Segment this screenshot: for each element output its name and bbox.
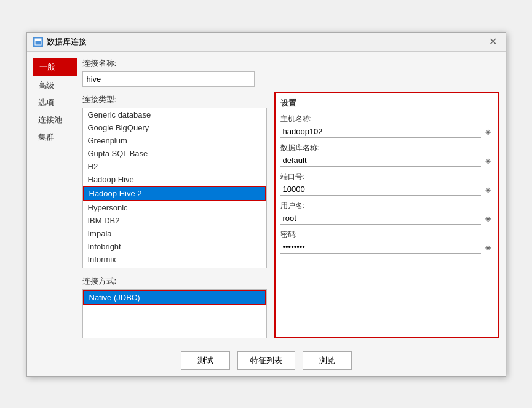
connection-method-label: 连接方式: <box>82 276 267 287</box>
connection-name-input[interactable] <box>82 71 255 87</box>
username-field: 用户名: ◈ <box>280 201 493 225</box>
connection-method-list[interactable]: Native (JDBC) <box>82 289 267 338</box>
connection-type-list[interactable]: Generic database Google BigQuery Greenpl… <box>82 108 267 268</box>
list-item-hadoop-hive2[interactable]: Hadoop Hive 2 <box>83 186 266 201</box>
connection-type-section: 连接类型: Generic database Google BigQuery G… <box>82 92 267 268</box>
username-info-icon: ◈ <box>483 214 493 223</box>
dialog-body: 一般 高级 选项 连接池 集群 连接名称: <box>27 52 506 345</box>
connection-name-group: 连接名称: <box>82 58 499 87</box>
test-button[interactable]: 测试 <box>181 351 230 370</box>
list-item-infobright[interactable]: Infobright <box>83 240 266 253</box>
dialog-title: 数据库连接 <box>47 36 87 47</box>
left-panel: 连接类型: Generic database Google BigQuery G… <box>82 92 267 338</box>
close-button[interactable]: ✕ <box>486 37 499 47</box>
password-field: 密码: ◈ <box>280 230 493 254</box>
port-label: 端口号: <box>280 172 493 182</box>
list-item-greenplum[interactable]: Greenplum <box>83 134 266 147</box>
dialog-icon <box>33 37 43 47</box>
hostname-info-icon: ◈ <box>483 127 493 137</box>
list-item-ibmdb2[interactable]: IBM DB2 <box>83 214 266 227</box>
settings-panel: 设置 主机名称: ◈ 数据库名称: ◈ <box>274 92 499 338</box>
connection-method-section: 连接方式: Native (JDBC) <box>82 273 267 338</box>
password-input-row: ◈ <box>280 241 493 254</box>
hostname-input[interactable] <box>280 126 481 138</box>
port-input[interactable] <box>280 183 481 196</box>
dbname-input[interactable] <box>280 154 481 167</box>
dbname-label: 数据库名称: <box>280 143 493 153</box>
password-info-icon: ◈ <box>483 242 493 252</box>
dbname-input-row: ◈ <box>280 154 493 167</box>
titlebar: 数据库连接 ✕ <box>27 33 506 52</box>
sidebar-item-pool[interactable]: 连接池 <box>33 112 77 128</box>
features-button[interactable]: 特征列表 <box>237 351 295 370</box>
list-item-h2[interactable]: H2 <box>83 160 266 173</box>
svg-rect-1 <box>35 39 41 41</box>
list-item-gupta[interactable]: Gupta SQL Base <box>83 147 266 160</box>
sidebar-item-options[interactable]: 选项 <box>33 95 77 111</box>
titlebar-left: 数据库连接 <box>33 36 87 47</box>
connection-type-label: 连接类型: <box>82 94 267 105</box>
main-content: 连接名称: 连接类型: Generic database Google BigQ… <box>82 58 499 338</box>
browse-button[interactable]: 浏览 <box>303 351 352 370</box>
username-input-row: ◈ <box>280 212 493 225</box>
password-input[interactable] <box>280 241 481 254</box>
port-input-row: ◈ <box>280 183 493 196</box>
username-input[interactable] <box>280 212 481 225</box>
sidebar: 一般 高级 选项 连接池 集群 <box>33 58 82 338</box>
list-item-hadoop-hive[interactable]: Hadoop Hive <box>83 173 266 186</box>
list-item-hypersonic[interactable]: Hypersonic <box>83 201 266 214</box>
sidebar-item-cluster[interactable]: 集群 <box>33 129 77 145</box>
list-item-informix[interactable]: Informix <box>83 253 266 266</box>
dialog-footer: 测试 特征列表 浏览 <box>27 345 506 376</box>
sidebar-item-advanced[interactable]: 高级 <box>33 78 77 94</box>
port-info-icon: ◈ <box>483 185 493 194</box>
connection-name-label: 连接名称: <box>82 58 499 69</box>
settings-title: 设置 <box>280 98 493 109</box>
list-item-impala[interactable]: Impala <box>83 227 266 240</box>
username-label: 用户名: <box>280 201 493 211</box>
sidebar-item-general[interactable]: 一般 <box>33 58 77 76</box>
hostname-field: 主机名称: ◈ <box>280 114 493 138</box>
method-item-native-jdbc[interactable]: Native (JDBC) <box>83 290 266 305</box>
dbname-info-icon: ◈ <box>483 156 493 166</box>
hostname-label: 主机名称: <box>280 114 493 124</box>
database-connection-dialog: 数据库连接 ✕ 一般 高级 选项 连接池 集群 <box>26 32 506 377</box>
list-item-bigquery[interactable]: Google BigQuery <box>83 121 266 134</box>
hostname-input-row: ◈ <box>280 126 493 138</box>
dbname-field: 数据库名称: ◈ <box>280 143 493 167</box>
password-label: 密码: <box>280 230 493 240</box>
port-field: 端口号: ◈ <box>280 172 493 196</box>
list-item-generic[interactable]: Generic database <box>83 108 266 121</box>
content-row: 连接类型: Generic database Google BigQuery G… <box>82 92 499 338</box>
